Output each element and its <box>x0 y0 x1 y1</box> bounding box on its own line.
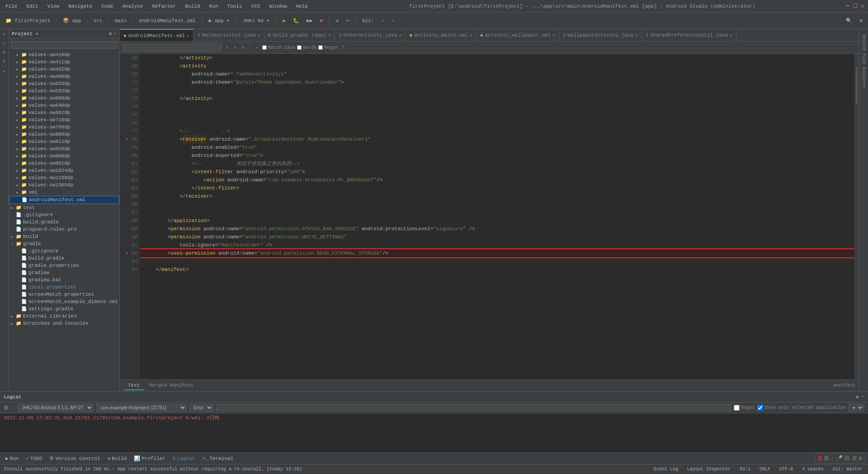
match-case-input[interactable] <box>262 45 267 50</box>
menu-build[interactable]: Build <box>183 3 202 10</box>
menu-tools[interactable]: Tools <box>225 3 244 10</box>
panel-collapse-icon[interactable]: − <box>113 31 117 37</box>
tab-close-activitywallpaper[interactable]: ✕ <box>552 33 555 38</box>
more-icon[interactable]: ⊞ <box>859 455 862 462</box>
logcat-device-select[interactable]: JHKJ N3 Android 8.1.0, API 27 <box>18 404 94 412</box>
run-tool-button[interactable]: ▶ Run <box>3 455 21 462</box>
logcat-regex-checkbox[interactable]: Regex <box>734 405 755 411</box>
tree-item-build-gradle[interactable]: 📄 build.gradle <box>9 218 119 226</box>
tab-mainactivity2[interactable]: J MainActivity2.java ✕ <box>193 29 264 42</box>
translate-icon[interactable]: 回 <box>844 455 850 462</box>
tree-item-test[interactable]: ▶ 📁 test <box>9 204 119 211</box>
tab-text[interactable]: Text <box>123 381 144 390</box>
tree-item-values-sw662dp[interactable]: ▶ 📁 values-sw662dp <box>9 109 119 116</box>
logcat-show-selected-input[interactable] <box>757 405 763 411</box>
close-button[interactable]: ✕ <box>861 2 864 10</box>
version-control-button[interactable]: ⑧ Version Control <box>47 455 103 462</box>
tree-item-values-sw720dp[interactable]: ▶ 📁 values-sw720dp <box>9 116 119 123</box>
tree-item-values-sw961dp[interactable]: ▶ 📁 values-sw961dp <box>9 160 119 167</box>
tree-item-build[interactable]: ▶ 📁 build <box>9 233 119 240</box>
tab-close-sharedprefs[interactable]: ✕ <box>730 33 732 38</box>
run-config-selector[interactable]: ▶ app ▾ <box>206 17 232 24</box>
terminal-tool-button[interactable]: >_ Terminal <box>199 455 236 462</box>
scroll-thumb[interactable] <box>856 67 858 104</box>
tree-item-gradle-properties[interactable]: 📄 gradle.properties <box>9 262 119 269</box>
menu-edit[interactable]: Edit <box>24 3 40 10</box>
tree-item-gradle[interactable]: ▾ 📁 gradle <box>9 240 119 247</box>
resource-icon[interactable]: R <box>0 49 9 57</box>
tab-merged-manifest[interactable]: Merged Manifest <box>144 381 198 390</box>
tree-item-settings-gradle[interactable]: 📄 settings.gradle <box>9 305 119 313</box>
menu-vcs[interactable]: VCS <box>249 3 262 10</box>
tab-androidmanifest[interactable]: ◈ AndroidManifest.xml ✕ <box>120 29 193 42</box>
src-nav[interactable]: src <box>91 17 105 24</box>
tree-item-values-sw800dp[interactable]: ▶ 📁 values-sw800dp <box>9 131 119 138</box>
tree-item-values-sw480dp[interactable]: ▶ 📁 values-sw480dp <box>9 73 119 80</box>
git-check2-button[interactable]: ✓ <box>389 17 397 24</box>
project-search-input[interactable] <box>11 41 118 49</box>
tree-item-values-sw432dp[interactable]: ▶ 📁 values-sw432dp <box>9 66 119 73</box>
todo-tool-button[interactable]: ✓ TODO <box>23 455 45 462</box>
vcs-branch[interactable]: Git: master <box>831 466 864 472</box>
logcat-tool-button[interactable]: 6 Logcat <box>170 455 198 462</box>
git-check-button[interactable]: ✓ <box>379 17 387 24</box>
tree-item-values-sw811dp[interactable]: ▶ 📁 values-sw811dp <box>9 138 119 145</box>
tree-item-build-gradle2[interactable]: 📄 build.gradle <box>9 255 119 262</box>
tree-item-values-sw640dp[interactable]: ▶ 📁 values-sw640dp <box>9 102 119 109</box>
tree-item-scratches[interactable]: ▶ 📁 Scratches and Consoles <box>9 320 119 327</box>
line-separator[interactable]: CRLF <box>758 466 772 472</box>
project-icon[interactable]: P <box>0 31 9 39</box>
logcat-scroll-button[interactable]: ↓ <box>12 405 15 411</box>
search-filter2-button[interactable]: ⚡ <box>254 44 260 51</box>
search-next-button[interactable]: ⬇ <box>232 44 238 51</box>
git-button[interactable]: Git: <box>359 17 377 24</box>
logcat-filter-input[interactable] <box>216 404 731 411</box>
tree-item-values-sw1024dp[interactable]: ▶ 📁 values-sw1024dp <box>9 167 119 174</box>
favorites-icon[interactable]: ★ <box>0 67 9 75</box>
structure-icon[interactable]: S <box>0 40 9 48</box>
logcat-content[interactable]: 2022-11-08 17:02:31.516 21791-21791/com.… <box>0 413 868 452</box>
menu-code[interactable]: Code <box>99 3 115 10</box>
editor-scrollbar[interactable] <box>854 54 859 379</box>
tree-item-gradlew[interactable]: 📄 gradlew <box>9 269 119 276</box>
main-nav[interactable]: main <box>112 17 129 24</box>
search-input[interactable] <box>123 43 222 52</box>
tab-close-mainactivity2[interactable]: ✕ <box>258 33 260 38</box>
tree-item-values-sw600dp[interactable]: ▶ 📁 values-sw600dp <box>9 95 119 102</box>
tree-item-gitignore2[interactable]: 📄 .gitignore <box>9 247 119 255</box>
run-button[interactable]: ▶ <box>280 17 288 24</box>
tree-item-local-properties[interactable]: 📄 local.properties <box>9 284 119 291</box>
tree-item-values-sw1365dp[interactable]: ▶ 📁 values-sw1365dp <box>9 181 119 189</box>
app-nav[interactable]: 📦 app <box>60 17 84 24</box>
tree-item-gradlew-bat[interactable]: 📄 gradlew.bat <box>9 276 119 284</box>
logcat-minimize-icon[interactable]: − <box>861 394 864 400</box>
menu-refactor[interactable]: Refactor <box>151 3 178 10</box>
tree-item-values-sw960dp[interactable]: ▶ 📁 values-sw960dp <box>9 152 119 160</box>
tab-close-activitymain2[interactable]: ✕ <box>470 33 472 38</box>
tab-sharedprefs[interactable]: J SharedPreferencesUtil.java ✕ <box>642 29 736 42</box>
menu-help[interactable]: Help <box>294 3 310 10</box>
indent-selector[interactable]: 4 spaces <box>800 466 826 472</box>
panel-settings-icon[interactable]: ⚙ <box>109 31 112 37</box>
debug-button[interactable]: 🐛 <box>290 17 302 24</box>
tab-close-buildgradle[interactable]: ✕ <box>328 33 331 38</box>
mic-icon[interactable]: 🎤 <box>836 455 843 462</box>
regex-checkbox[interactable]: Regex <box>318 45 338 50</box>
logcat-settings-icon[interactable]: ⚙ <box>856 394 859 400</box>
variants-icon[interactable]: B <box>0 58 9 66</box>
menu-view[interactable]: View <box>46 3 61 10</box>
tree-item-values-sw768dp[interactable]: ▶ 📁 values-sw768dp <box>9 123 119 131</box>
menu-run[interactable]: Run <box>207 3 220 10</box>
tab-close-androidmanifest[interactable]: ✕ <box>187 33 189 38</box>
code-content[interactable]: </activity> <activity android:name=".Tab… <box>140 54 854 379</box>
menu-analyze[interactable]: Analyze <box>120 3 145 10</box>
menu-window[interactable]: Window <box>267 3 289 10</box>
settings-button[interactable]: ⚙ <box>857 17 865 24</box>
tree-item-proguard[interactable]: 📄 proguard-rules.pro <box>9 226 119 233</box>
tree-item-gitignore[interactable]: 📄 .gitignore <box>9 211 119 218</box>
words-input[interactable] <box>297 45 302 50</box>
tab-activitywallpaper[interactable]: ◈ activity_wallpaper.xml ✕ <box>476 29 559 42</box>
build-tool-button[interactable]: ⚒ Build <box>105 455 130 462</box>
tree-item-values-sw533dp[interactable]: ▶ 📁 values-sw533dp <box>9 80 119 87</box>
layout-inspector-button[interactable]: Layout Inspector <box>685 466 732 472</box>
